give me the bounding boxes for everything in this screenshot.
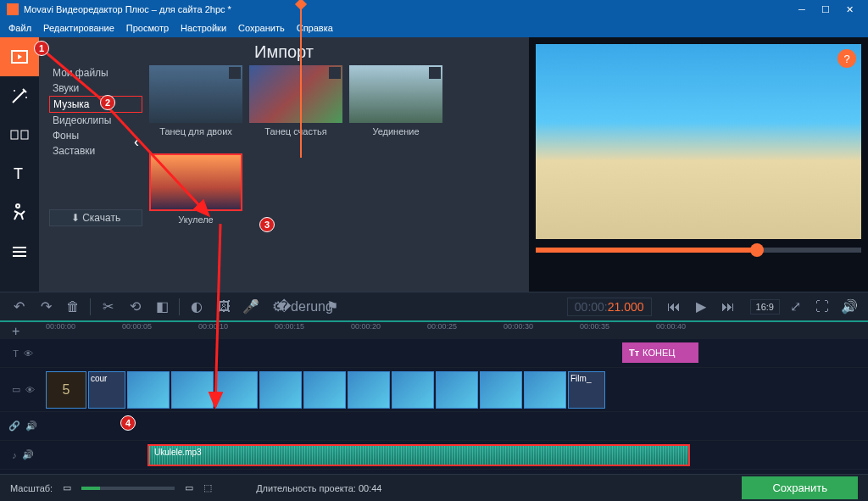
- nav-intros[interactable]: Заставки: [49, 143, 142, 159]
- video-clip[interactable]: [259, 371, 302, 409]
- svg-rect-4: [11, 131, 18, 139]
- eye-icon[interactable]: 👁: [25, 385, 35, 395]
- sidebar-filters-button[interactable]: [0, 76, 39, 115]
- next-button[interactable]: ⏭: [716, 295, 740, 319]
- mic-button[interactable]: 🎤: [239, 295, 263, 319]
- redo-button[interactable]: ↷: [34, 295, 58, 319]
- help-button[interactable]: ?: [837, 49, 856, 68]
- video-clip[interactable]: [392, 371, 434, 409]
- titlebar: Movavi Видеоредактор Плюс – для сайта 2h…: [0, 0, 868, 19]
- video-clip[interactable]: [171, 371, 214, 409]
- time-ruler[interactable]: + 00:00:00 00:00:05 00:00:10 00:00:15 00…: [0, 322, 868, 339]
- list-icon: [9, 242, 30, 262]
- video-clip[interactable]: [127, 371, 170, 409]
- download-button[interactable]: ⬇ Скачать: [49, 209, 142, 226]
- equalizer-button[interactable]: �derung: [293, 295, 317, 319]
- video-track: ▭👁 5 cour Film_: [0, 368, 868, 412]
- save-button[interactable]: Сохранить: [742, 476, 858, 499]
- video-clip[interactable]: [524, 371, 566, 409]
- play-button[interactable]: ▶: [689, 295, 713, 319]
- thumb-label: Уединение: [349, 126, 442, 136]
- undo-button[interactable]: ↶: [7, 295, 31, 319]
- timecode-display: 00:00:21.000: [567, 298, 652, 316]
- import-title: Импорт: [49, 42, 519, 62]
- preview-seek-bar[interactable]: [536, 248, 861, 253]
- music-track-icon: ♪: [12, 450, 17, 460]
- video-clip[interactable]: [303, 371, 346, 409]
- app-logo: [7, 3, 19, 15]
- timeline: + 00:00:00 00:00:05 00:00:10 00:00:15 00…: [0, 322, 868, 480]
- color-button[interactable]: ◐: [185, 295, 209, 319]
- volume-icon[interactable]: 🔊: [22, 449, 34, 460]
- import-panel: Импорт Мои файлы Звуки Музыка Видеоклипы…: [39, 37, 529, 292]
- runner-icon: [9, 203, 30, 223]
- thumb-dance-happiness[interactable]: Танец счастья: [249, 65, 342, 138]
- rotate-button[interactable]: ⟲: [123, 295, 147, 319]
- maximize-button[interactable]: ☐: [814, 3, 837, 16]
- video-clip[interactable]: 5: [46, 371, 86, 409]
- video-clip[interactable]: cour: [88, 371, 125, 409]
- video-clip[interactable]: [215, 371, 258, 409]
- menu-view[interactable]: Просмотр: [126, 23, 169, 33]
- volume-button[interactable]: 🔊: [837, 295, 861, 319]
- nav-my-files[interactable]: Мои файлы: [49, 65, 142, 81]
- title-clip[interactable]: TтКОНЕЦ: [622, 342, 698, 363]
- zoom-slider[interactable]: [81, 487, 175, 490]
- text-icon: T: [9, 164, 30, 184]
- svg-text:T: T: [14, 165, 23, 182]
- svg-point-2: [14, 90, 15, 92]
- chevron-left-icon[interactable]: ‹: [134, 133, 139, 151]
- sidebar-stickers-button[interactable]: [0, 193, 39, 232]
- aspect-ratio-button[interactable]: 16:9: [750, 299, 780, 315]
- download-icon: [229, 67, 241, 79]
- fit-button[interactable]: ⬚: [203, 482, 212, 493]
- crop-button[interactable]: ◧: [150, 295, 174, 319]
- menu-file[interactable]: Файл: [8, 23, 31, 33]
- preview-video[interactable]: ?: [536, 44, 861, 239]
- download-icon: [329, 67, 341, 79]
- menubar: Файл Редактирование Просмотр Настройки С…: [0, 19, 868, 37]
- popout-button[interactable]: ⤢: [783, 295, 807, 319]
- zoom-in-button[interactable]: ▭: [185, 482, 193, 493]
- nav-sounds[interactable]: Звуки: [49, 81, 142, 96]
- thumb-solitude[interactable]: Уединение: [349, 65, 442, 138]
- audio-clip[interactable]: Ukulele.mp3: [147, 444, 690, 466]
- menu-settings[interactable]: Настройки: [181, 23, 226, 33]
- playhead[interactable]: [300, 0, 302, 158]
- sidebar-transitions-button[interactable]: [0, 115, 39, 154]
- import-thumbnails: ‹ Танец для двоих Танец счастья Уединени…: [149, 65, 519, 226]
- sidebar-import-button[interactable]: [0, 37, 39, 76]
- seek-knob[interactable]: [750, 243, 764, 257]
- eye-icon[interactable]: 👁: [24, 348, 33, 359]
- menu-save[interactable]: Сохранить: [238, 23, 285, 33]
- add-track-button[interactable]: +: [12, 324, 19, 339]
- sidebar-titles-button[interactable]: T: [0, 154, 39, 193]
- annotation-4: 4: [120, 415, 136, 431]
- video-clips[interactable]: 5 cour Film_: [46, 371, 605, 409]
- close-button[interactable]: ✕: [837, 3, 861, 16]
- image-button[interactable]: 🖼: [212, 295, 236, 319]
- thumb-dance-for-two[interactable]: Танец для двоих: [149, 65, 242, 138]
- cut-button[interactable]: ✂: [96, 295, 120, 319]
- fullscreen-button[interactable]: ⛶: [810, 295, 834, 319]
- nav-music[interactable]: Музыка: [49, 96, 142, 113]
- video-clip[interactable]: Film_: [568, 371, 605, 409]
- menu-help[interactable]: Справка: [297, 23, 333, 33]
- import-icon: [9, 47, 30, 67]
- delete-button[interactable]: 🗑: [61, 295, 85, 319]
- sidebar-more-button[interactable]: [0, 232, 39, 271]
- minimize-button[interactable]: ─: [790, 3, 814, 16]
- nav-videoclips[interactable]: Видеоклипы: [49, 113, 142, 128]
- zoom-out-button[interactable]: ▭: [63, 482, 71, 493]
- video-clip[interactable]: [480, 371, 522, 409]
- video-clip[interactable]: [436, 371, 478, 409]
- nav-backgrounds[interactable]: Фоны: [49, 128, 142, 143]
- zoom-label: Масштаб:: [10, 483, 53, 493]
- volume-icon[interactable]: 🔊: [25, 420, 37, 431]
- prev-button[interactable]: ⏮: [662, 295, 686, 319]
- marker-button[interactable]: ⚑: [320, 295, 344, 319]
- preview-panel: ?: [529, 37, 868, 292]
- menu-edit[interactable]: Редактирование: [43, 23, 114, 33]
- thumb-ukulele[interactable]: Укулеле: [149, 153, 242, 226]
- video-clip[interactable]: [348, 371, 390, 409]
